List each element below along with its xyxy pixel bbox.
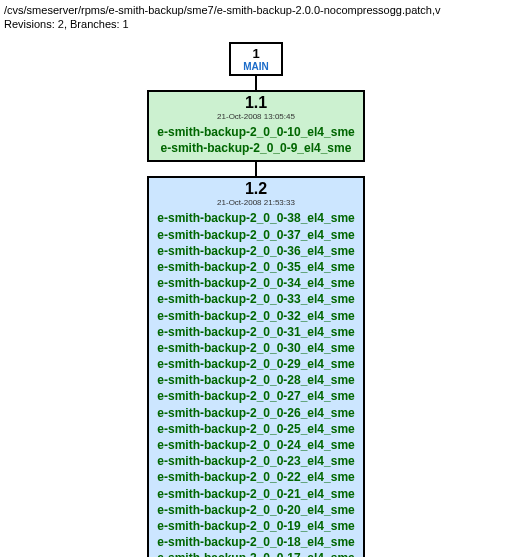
revision-version: 1.2 bbox=[149, 178, 362, 198]
revision-tag: e-smith-backup-2_0_0-31_el4_sme bbox=[157, 324, 354, 340]
revision-tag: e-smith-backup-2_0_0-10_el4_sme bbox=[157, 124, 354, 140]
revision-tags-list: e-smith-backup-2_0_0-10_el4_smee-smith-b… bbox=[149, 124, 362, 160]
main-branch-label: MAIN bbox=[243, 61, 269, 72]
revision-tag: e-smith-backup-2_0_0-26_el4_sme bbox=[157, 405, 354, 421]
revision-tag: e-smith-backup-2_0_0-22_el4_sme bbox=[157, 469, 354, 485]
revision-tag: e-smith-backup-2_0_0-17_el4_sme bbox=[157, 550, 354, 557]
revision-tag: e-smith-backup-2_0_0-34_el4_sme bbox=[157, 275, 354, 291]
revision-tag: e-smith-backup-2_0_0-19_el4_sme bbox=[157, 518, 354, 534]
connector-line bbox=[255, 162, 257, 176]
revision-tag: e-smith-backup-2_0_0-9_el4_sme bbox=[157, 140, 354, 156]
revision-tag: e-smith-backup-2_0_0-29_el4_sme bbox=[157, 356, 354, 372]
revision-tag: e-smith-backup-2_0_0-38_el4_sme bbox=[157, 210, 354, 226]
revision-tag: e-smith-backup-2_0_0-36_el4_sme bbox=[157, 243, 354, 259]
revision-tag: e-smith-backup-2_0_0-32_el4_sme bbox=[157, 308, 354, 324]
revision-tag: e-smith-backup-2_0_0-24_el4_sme bbox=[157, 437, 354, 453]
revision-tag: e-smith-backup-2_0_0-33_el4_sme bbox=[157, 291, 354, 307]
revision-tag: e-smith-backup-2_0_0-18_el4_sme bbox=[157, 534, 354, 550]
revision-tag: e-smith-backup-2_0_0-30_el4_sme bbox=[157, 340, 354, 356]
revision-tag: e-smith-backup-2_0_0-35_el4_sme bbox=[157, 259, 354, 275]
file-path: /cvs/smeserver/rpms/e-smith-backup/sme7/… bbox=[4, 4, 508, 16]
revision-tag: e-smith-backup-2_0_0-21_el4_sme bbox=[157, 486, 354, 502]
main-branch-box[interactable]: 1 MAIN bbox=[229, 42, 283, 76]
revisions-summary: Revisions: 2, Branches: 1 bbox=[4, 18, 508, 30]
revision-tag: e-smith-backup-2_0_0-23_el4_sme bbox=[157, 453, 354, 469]
revision-box-1.2[interactable]: 1.2 21-Oct-2008 21:53:33 e-smith-backup-… bbox=[147, 176, 364, 557]
connector-line bbox=[255, 76, 257, 90]
revision-tags-list: e-smith-backup-2_0_0-38_el4_smee-smith-b… bbox=[149, 210, 362, 557]
revision-tag: e-smith-backup-2_0_0-28_el4_sme bbox=[157, 372, 354, 388]
revision-date: 21-Oct-2008 13:05:45 bbox=[149, 112, 362, 124]
revision-box-1.1[interactable]: 1.1 21-Oct-2008 13:05:45 e-smith-backup-… bbox=[147, 90, 364, 162]
revision-date: 21-Oct-2008 21:53:33 bbox=[149, 198, 362, 210]
revision-tag: e-smith-backup-2_0_0-27_el4_sme bbox=[157, 388, 354, 404]
revision-tag: e-smith-backup-2_0_0-37_el4_sme bbox=[157, 227, 354, 243]
revision-version: 1.1 bbox=[149, 92, 362, 112]
revision-tag: e-smith-backup-2_0_0-25_el4_sme bbox=[157, 421, 354, 437]
revision-graph: 1 MAIN 1.1 21-Oct-2008 13:05:45 e-smith-… bbox=[4, 42, 508, 557]
revision-tag: e-smith-backup-2_0_0-20_el4_sme bbox=[157, 502, 354, 518]
main-branch-number: 1 bbox=[243, 46, 269, 61]
